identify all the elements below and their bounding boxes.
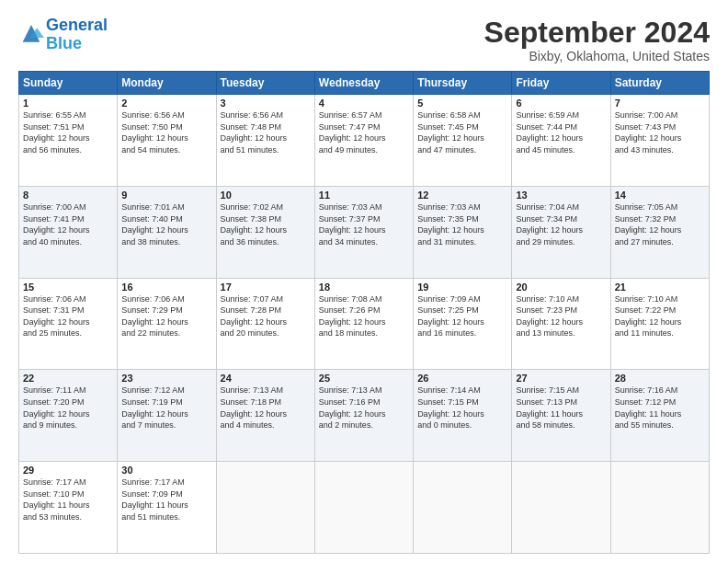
calendar-day-cell: 15Sunrise: 7:06 AM Sunset: 7:31 PM Dayli… [19,278,118,370]
day-info: Sunrise: 7:09 AM Sunset: 7:25 PM Dayligh… [417,294,484,339]
day-number: 15 [23,282,113,293]
calendar-day-cell [512,462,610,554]
calendar-day-cell: 27Sunrise: 7:15 AM Sunset: 7:13 PM Dayli… [512,370,610,462]
day-number: 18 [319,282,409,293]
day-info: Sunrise: 7:14 AM Sunset: 7:15 PM Dayligh… [417,385,484,430]
day-number: 3 [221,98,311,109]
main-title: September 2024 [484,17,710,49]
day-number: 22 [23,373,113,384]
day-number: 1 [23,98,113,109]
calendar-day-cell: 17Sunrise: 7:07 AM Sunset: 7:28 PM Dayli… [216,278,314,370]
calendar-day-cell: 22Sunrise: 7:11 AM Sunset: 7:20 PM Dayli… [19,370,118,462]
calendar-day-cell: 28Sunrise: 7:16 AM Sunset: 7:12 PM Dayli… [610,370,709,462]
day-info: Sunrise: 7:04 AM Sunset: 7:34 PM Dayligh… [516,202,583,247]
calendar-day-cell: 18Sunrise: 7:08 AM Sunset: 7:26 PM Dayli… [314,278,413,370]
day-number: 4 [319,98,409,109]
calendar-day-cell [314,462,413,554]
calendar-header-cell: Friday [512,72,610,95]
day-info: Sunrise: 7:12 AM Sunset: 7:19 PM Dayligh… [121,385,188,430]
calendar-day-cell: 3Sunrise: 6:56 AM Sunset: 7:48 PM Daylig… [216,95,314,187]
day-info: Sunrise: 6:56 AM Sunset: 7:50 PM Dayligh… [121,110,188,155]
day-number: 24 [221,373,311,384]
day-number: 30 [121,465,211,476]
day-info: Sunrise: 7:10 AM Sunset: 7:22 PM Dayligh… [615,294,682,339]
day-info: Sunrise: 7:10 AM Sunset: 7:23 PM Dayligh… [516,294,583,339]
calendar-day-cell: 13Sunrise: 7:04 AM Sunset: 7:34 PM Dayli… [512,186,610,278]
day-number: 16 [121,282,211,293]
calendar-header-cell: Sunday [19,72,118,95]
calendar-header-cell: Wednesday [314,72,413,95]
day-number: 28 [615,373,705,384]
calendar-day-cell: 19Sunrise: 7:09 AM Sunset: 7:25 PM Dayli… [414,278,512,370]
calendar-day-cell: 12Sunrise: 7:03 AM Sunset: 7:35 PM Dayli… [414,186,512,278]
day-info: Sunrise: 7:03 AM Sunset: 7:37 PM Dayligh… [319,202,386,247]
day-number: 23 [121,373,211,384]
day-number: 8 [23,190,113,201]
calendar-header-cell: Saturday [610,72,709,95]
day-info: Sunrise: 6:56 AM Sunset: 7:48 PM Dayligh… [221,110,288,155]
day-number: 27 [516,373,606,384]
calendar-day-cell: 30Sunrise: 7:17 AM Sunset: 7:09 PM Dayli… [118,462,216,554]
day-number: 26 [417,373,507,384]
calendar-week-row: 15Sunrise: 7:06 AM Sunset: 7:31 PM Dayli… [19,278,710,370]
calendar-day-cell: 20Sunrise: 7:10 AM Sunset: 7:23 PM Dayli… [512,278,610,370]
calendar-day-cell: 4Sunrise: 6:57 AM Sunset: 7:47 PM Daylig… [314,95,413,187]
calendar-day-cell: 8Sunrise: 7:00 AM Sunset: 7:41 PM Daylig… [19,186,118,278]
logo-text: General Blue [46,17,108,53]
day-number: 10 [221,190,311,201]
day-info: Sunrise: 7:13 AM Sunset: 7:18 PM Dayligh… [221,385,288,430]
calendar-day-cell [216,462,314,554]
calendar-day-cell: 2Sunrise: 6:56 AM Sunset: 7:50 PM Daylig… [118,95,216,187]
day-number: 7 [615,98,705,109]
day-info: Sunrise: 7:06 AM Sunset: 7:29 PM Dayligh… [121,294,188,339]
day-number: 25 [319,373,409,384]
calendar-day-cell: 6Sunrise: 6:59 AM Sunset: 7:44 PM Daylig… [512,95,610,187]
day-info: Sunrise: 7:00 AM Sunset: 7:41 PM Dayligh… [23,202,90,247]
calendar-week-row: 22Sunrise: 7:11 AM Sunset: 7:20 PM Dayli… [19,370,710,462]
calendar-day-cell: 21Sunrise: 7:10 AM Sunset: 7:22 PM Dayli… [610,278,709,370]
calendar-day-cell: 9Sunrise: 7:01 AM Sunset: 7:40 PM Daylig… [118,186,216,278]
day-info: Sunrise: 7:08 AM Sunset: 7:26 PM Dayligh… [319,294,386,339]
calendar-day-cell: 16Sunrise: 7:06 AM Sunset: 7:29 PM Dayli… [118,278,216,370]
calendar-day-cell: 25Sunrise: 7:13 AM Sunset: 7:16 PM Dayli… [314,370,413,462]
day-number: 9 [121,190,211,201]
page: General Blue September 2024 Bixby, Oklah… [0,0,728,563]
day-info: Sunrise: 7:05 AM Sunset: 7:32 PM Dayligh… [615,202,682,247]
calendar-day-cell: 10Sunrise: 7:02 AM Sunset: 7:38 PM Dayli… [216,186,314,278]
subtitle: Bixby, Oklahoma, United States [484,49,710,63]
day-info: Sunrise: 7:13 AM Sunset: 7:16 PM Dayligh… [319,385,386,430]
calendar-day-cell: 23Sunrise: 7:12 AM Sunset: 7:19 PM Dayli… [118,370,216,462]
day-number: 29 [23,465,113,476]
day-info: Sunrise: 7:00 AM Sunset: 7:43 PM Dayligh… [615,110,682,155]
day-number: 5 [417,98,507,109]
day-info: Sunrise: 7:17 AM Sunset: 7:10 PM Dayligh… [23,477,90,522]
day-number: 6 [516,98,606,109]
day-number: 17 [221,282,311,293]
day-number: 14 [615,190,705,201]
calendar-day-cell: 29Sunrise: 7:17 AM Sunset: 7:10 PM Dayli… [19,462,118,554]
calendar-table: SundayMondayTuesdayWednesdayThursdayFrid… [18,71,710,554]
calendar-header-row: SundayMondayTuesdayWednesdayThursdayFrid… [19,72,710,95]
title-block: September 2024 Bixby, Oklahoma, United S… [484,17,710,63]
calendar-week-row: 8Sunrise: 7:00 AM Sunset: 7:41 PM Daylig… [19,186,710,278]
day-number: 13 [516,190,606,201]
day-info: Sunrise: 7:07 AM Sunset: 7:28 PM Dayligh… [221,294,288,339]
day-number: 21 [615,282,705,293]
day-info: Sunrise: 7:11 AM Sunset: 7:20 PM Dayligh… [23,385,90,430]
calendar-header-cell: Tuesday [216,72,314,95]
calendar-week-row: 29Sunrise: 7:17 AM Sunset: 7:10 PM Dayli… [19,462,710,554]
day-info: Sunrise: 7:17 AM Sunset: 7:09 PM Dayligh… [121,477,188,522]
calendar-header-cell: Thursday [414,72,512,95]
calendar-day-cell: 5Sunrise: 6:58 AM Sunset: 7:45 PM Daylig… [414,95,512,187]
day-number: 2 [121,98,211,109]
day-info: Sunrise: 7:06 AM Sunset: 7:31 PM Dayligh… [23,294,90,339]
calendar-day-cell: 7Sunrise: 7:00 AM Sunset: 7:43 PM Daylig… [610,95,709,187]
calendar-header-cell: Monday [118,72,216,95]
calendar-day-cell: 14Sunrise: 7:05 AM Sunset: 7:32 PM Dayli… [610,186,709,278]
header: General Blue September 2024 Bixby, Oklah… [18,17,710,63]
day-number: 11 [319,190,409,201]
calendar-day-cell [414,462,512,554]
day-info: Sunrise: 7:16 AM Sunset: 7:12 PM Dayligh… [615,385,682,430]
day-number: 19 [417,282,507,293]
day-info: Sunrise: 6:59 AM Sunset: 7:44 PM Dayligh… [516,110,583,155]
